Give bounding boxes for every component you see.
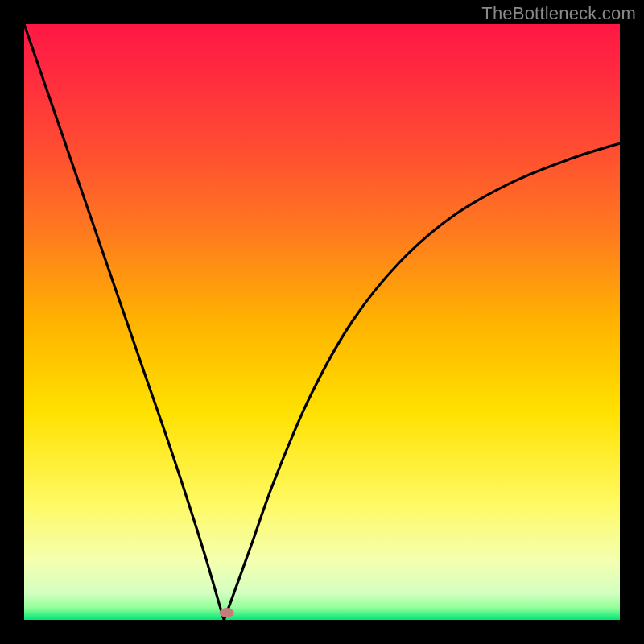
optimum-marker bbox=[220, 608, 234, 617]
gradient-background bbox=[24, 24, 620, 620]
chart-frame: TheBottleneck.com bbox=[0, 0, 644, 644]
bottleneck-chart bbox=[24, 24, 620, 620]
watermark-text: TheBottleneck.com bbox=[481, 3, 636, 24]
